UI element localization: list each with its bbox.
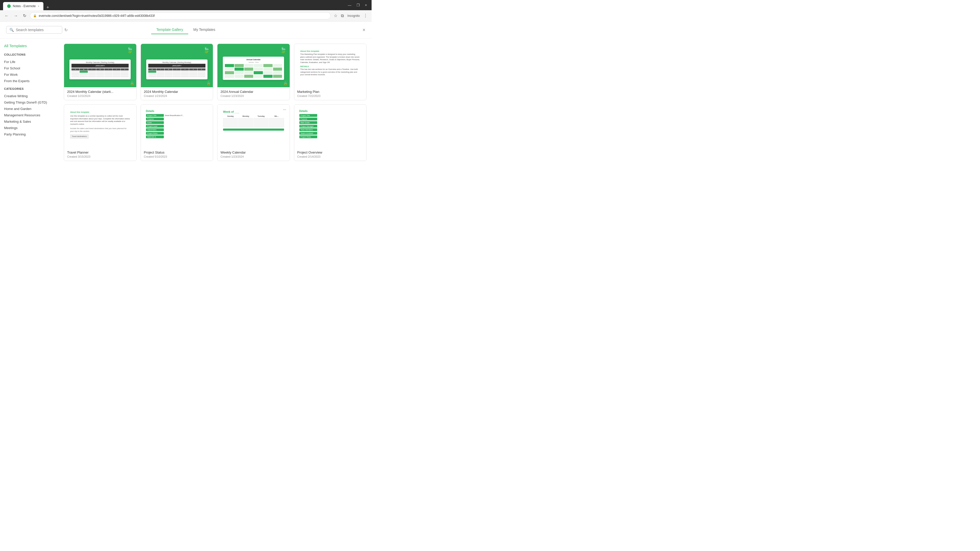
template-card-annual[interactable]: 🍃 Annual Calendar January - June 🔒 (217, 44, 290, 100)
card-info-1: 2024 Monthly Calendar (starti... Created… (64, 87, 136, 100)
template-grid: 🍃 Monthly Calendar (Starting Sunday) JAN… (59, 38, 372, 208)
search-input[interactable] (16, 28, 57, 32)
modal-header: 🔍 ↻ Template Gallery My Templates × (0, 21, 372, 38)
card-lock-icon-2: 🔒 (207, 81, 211, 85)
evernote-leaf-icon-2: 🍃 (203, 47, 210, 54)
browser-tabs: Notes - Evernote × + (3, 0, 51, 10)
tab-close-btn[interactable]: × (38, 5, 39, 8)
annual-calendar-mockup: Annual Calendar January - June (223, 57, 284, 80)
card-date-8: Created 2/14/2023 (298, 155, 363, 158)
back-btn[interactable]: ← (3, 13, 10, 19)
card-date-5: Created 3/15/2023 (67, 155, 133, 158)
categories-title: CATEGORIES (4, 87, 55, 90)
card-title-4: Marketing Plan (298, 90, 363, 94)
template-card-weekly[interactable]: ⋯ Week of ___ Sunday Monday Tuesday We..… (217, 104, 290, 161)
template-card-marketing[interactable]: About this template This Marketing Plan … (294, 44, 367, 100)
nav-bar: ← → ↻ 🔒 evernote.com/client/web?login=tr… (0, 10, 372, 21)
template-card-monthly-monday[interactable]: 🍃 Monthly Calendar (Starting Monday) JAN… (141, 44, 213, 100)
evernote-leaf-icon-3: 🍃 (280, 47, 286, 54)
card-info-3: 2024 Annual Calendar Created 1/23/2024 (218, 87, 290, 100)
travel-mockup: About this template Use this template as… (67, 108, 133, 141)
profile-btn[interactable]: Incognito (346, 13, 361, 19)
content-layout: All Templates COLLECTIONS For Life For S… (0, 38, 372, 208)
card-info-5: Travel Planner Created 3/15/2023 (64, 148, 136, 161)
close-modal-btn[interactable]: × (363, 27, 366, 33)
card-lock-icon-3: 🔒 (283, 81, 288, 85)
marketing-details-preview: About this template This Marketing Plan … (298, 47, 363, 81)
evernote-leaf-icon: 🍃 (126, 47, 133, 54)
reload-btn[interactable]: ↻ (21, 12, 28, 19)
card-title-5: Travel Planner (67, 151, 133, 154)
nav-right: ☆ ⧉ Incognito ⋮ (333, 12, 369, 19)
card-title-6: Project Status (144, 151, 210, 154)
sidebar-marketing-sales[interactable]: Marketing & Sales (4, 118, 55, 125)
new-tab-btn[interactable]: + (45, 5, 51, 10)
search-area: 🔍 ↻ (6, 26, 68, 34)
sidebar-for-work[interactable]: For Work (4, 71, 55, 78)
weekly-calendar-mockup: Week of ___ Sunday Monday Tuesday We... (221, 108, 286, 133)
header-tabs: Template Gallery My Templates (151, 25, 220, 34)
card-info-7: Weekly Calendar Created 1/23/2024 (218, 148, 290, 161)
card-title-1: 2024 Monthly Calendar (starti... (67, 90, 133, 94)
tab-title: Notes - Evernote (13, 4, 36, 8)
sidebar-gtd[interactable]: Getting Things Done® (GTD) (4, 99, 55, 106)
project-status-mockup: Details Project Title Street Beautificat… (144, 108, 210, 141)
card-date-3: Created 1/23/2024 (221, 94, 286, 97)
lock-icon: 🔒 (33, 14, 37, 17)
card-info-2: 2024 Monthly Calendar Created 1/23/2024 (141, 87, 213, 100)
search-input-wrapper: 🔍 (6, 26, 62, 34)
sidebar-management[interactable]: Management Resources (4, 112, 55, 118)
template-card-project-overview[interactable]: Details Project Title Purpose Main Goals… (294, 104, 367, 161)
card-title-2: 2024 Monthly Calendar (144, 90, 210, 94)
card-date-2: Created 1/23/2024 (144, 94, 210, 97)
active-tab[interactable]: Notes - Evernote × (3, 2, 43, 10)
card-title-3: 2024 Annual Calendar (221, 90, 286, 94)
sidebar-home-garden[interactable]: Home and Garden (4, 106, 55, 112)
collections-title: COLLECTIONS (4, 53, 55, 56)
project-overview-mockup: Details Project Title Purpose Main Goals… (298, 108, 363, 141)
minimize-btn[interactable]: — (346, 2, 353, 8)
sidebar: All Templates COLLECTIONS For Life For S… (0, 38, 59, 208)
card-title-7: Weekly Calendar (221, 151, 286, 154)
card-info-4: Marketing Plan Created 7/22/2023 (294, 87, 366, 100)
weekly-overflow-btn[interactable]: ⋯ (282, 106, 288, 113)
calendar-monday-mockup: Monthly Calendar (Starting Monday) JANUA… (146, 59, 207, 79)
sidebar-for-school[interactable]: For School (4, 65, 55, 71)
forward-btn[interactable]: → (12, 13, 19, 19)
url-text: evernote.com/client/web?login=true#/note… (39, 14, 155, 17)
refresh-icon[interactable]: ↻ (64, 27, 68, 32)
card-date-4: Created 7/22/2023 (298, 94, 363, 97)
template-card-monthly-sunday[interactable]: 🍃 Monthly Calendar (Starting Sunday) JAN… (64, 44, 137, 100)
sidebar-creative-writing[interactable]: Creative Writing (4, 93, 55, 99)
template-card-project-status[interactable]: Details Project Title Street Beautificat… (141, 104, 213, 161)
browser-chrome: Notes - Evernote × + — ❐ × (0, 0, 372, 10)
card-info-8: Project Overview Created 2/14/2023 (294, 148, 366, 161)
sidebar-party-planning[interactable]: Party Planning (4, 131, 55, 138)
tab-template-gallery[interactable]: Template Gallery (151, 25, 188, 34)
calendar-sunday-mockup: Monthly Calendar (Starting Sunday) JANUA… (69, 59, 130, 79)
card-title-8: Project Overview (298, 151, 363, 154)
restore-btn[interactable]: ❐ (355, 2, 361, 8)
sidebar-for-life[interactable]: For Life (4, 59, 55, 65)
close-browser-btn[interactable]: × (363, 2, 369, 8)
card-date-7: Created 1/23/2024 (221, 155, 286, 158)
card-date-6: Created 5/10/2023 (144, 155, 210, 158)
tab-favicon (7, 4, 11, 8)
template-card-travel[interactable]: About this template Use this template as… (64, 104, 137, 161)
sidebar-meetings[interactable]: Meetings (4, 125, 55, 131)
sidebar-from-experts[interactable]: From the Experts (4, 78, 55, 84)
bookmark-btn[interactable]: ☆ (333, 12, 339, 19)
menu-btn[interactable]: ⋮ (363, 12, 369, 19)
card-info-6: Project Status Created 5/10/2023 (141, 148, 213, 161)
address-bar[interactable]: 🔒 evernote.com/client/web?login=true#/no… (30, 12, 331, 19)
sidebar-all-templates[interactable]: All Templates (4, 44, 55, 48)
extensions-btn[interactable]: ⧉ (340, 13, 345, 19)
search-icon: 🔍 (10, 28, 14, 32)
card-date-1: Created 1/23/2024 (67, 94, 133, 97)
card-lock-icon-1: 🔒 (130, 81, 134, 85)
template-modal: 🔍 ↻ Template Gallery My Templates × All … (0, 21, 372, 208)
tab-my-templates[interactable]: My Templates (188, 25, 220, 34)
